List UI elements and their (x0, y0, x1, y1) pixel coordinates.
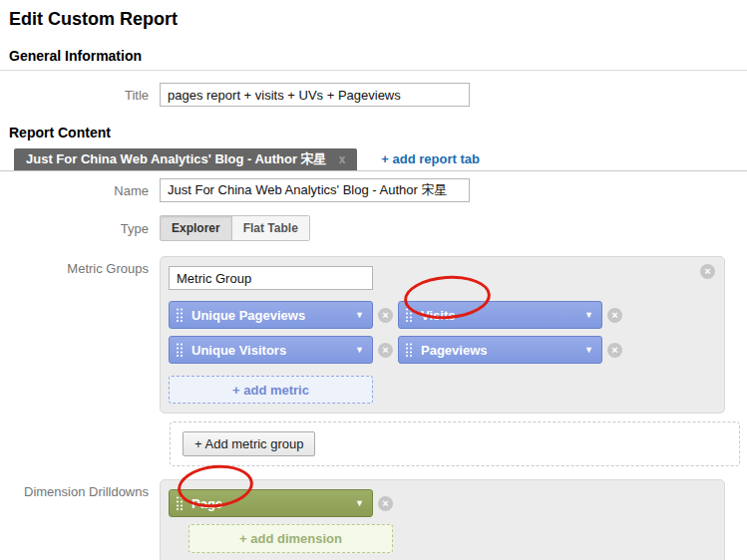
metric-group-name-input[interactable] (169, 266, 373, 290)
type-label: Type (0, 221, 160, 236)
drag-handle-icon[interactable] (405, 342, 413, 358)
type-segmented-control: Explorer Flat Table (160, 215, 310, 241)
remove-dimension-icon[interactable]: × (378, 496, 393, 511)
remove-metric-group-icon[interactable]: × (700, 264, 715, 279)
report-tab-label: Just For China Web Analytics' Blog - Aut… (26, 150, 327, 168)
type-flat-table-button[interactable]: Flat Table (232, 216, 309, 240)
edit-custom-report-page: Edit Custom Report General Information T… (0, 0, 747, 560)
dimension-panel: Page ▼ × + add dimension (160, 479, 725, 560)
dimension-drilldowns-label: Dimension Drilldowns (0, 479, 160, 499)
chevron-down-icon: ▼ (355, 498, 364, 508)
chevron-down-icon: ▼ (584, 310, 593, 320)
remove-metric-icon[interactable]: × (378, 343, 393, 358)
metric-grid: Unique Pageviews ▼ × Visits ▼ × Unique V… (169, 301, 716, 404)
metric-pill-label: Unique Visitors (191, 343, 349, 358)
metric-pill-label: Visits (421, 308, 578, 323)
chevron-down-icon: ▼ (584, 345, 593, 355)
title-input[interactable] (160, 83, 470, 107)
dimension-pill-page[interactable]: Page ▼ (169, 489, 373, 517)
add-metric-group-button[interactable]: + Add metric group (183, 431, 315, 456)
metric-pill-visits[interactable]: Visits ▼ (398, 301, 602, 329)
dimension-pill-label: Page (191, 496, 349, 511)
metric-pill-unique-visitors[interactable]: Unique Visitors ▼ (169, 336, 373, 364)
add-metric-button[interactable]: + add metric (169, 376, 373, 404)
metric-pill-pageviews[interactable]: Pageviews ▼ (398, 336, 602, 364)
add-metric-group-container: + Add metric group (170, 421, 740, 466)
title-row: Title (0, 83, 747, 107)
dimension-grid: Page ▼ × (169, 489, 716, 517)
general-information-heading: General Information (0, 48, 747, 71)
drag-handle-icon[interactable] (176, 307, 184, 323)
metric-group-panel: × Unique Pageviews ▼ × Visits ▼ × Uniqu (160, 256, 725, 414)
title-label: Title (0, 88, 160, 103)
page-title: Edit Custom Report (9, 9, 747, 30)
dimension-drilldowns-row: Dimension Drilldowns Page ▼ × + add dime… (0, 479, 747, 560)
metric-pill-label: Pageviews (421, 343, 578, 358)
drag-handle-icon[interactable] (405, 307, 413, 323)
add-dimension-button[interactable]: + add dimension (188, 524, 393, 553)
drag-handle-icon[interactable] (176, 495, 184, 511)
metric-groups-label: Metric Groups (0, 256, 160, 276)
chevron-down-icon: ▼ (355, 345, 364, 355)
report-tab[interactable]: Just For China Web Analytics' Blog - Aut… (14, 148, 357, 170)
metric-pill-unique-pageviews[interactable]: Unique Pageviews ▼ (169, 301, 373, 329)
remove-metric-icon[interactable]: × (607, 308, 622, 323)
tab-close-icon[interactable]: x (339, 152, 346, 166)
chevron-down-icon: ▼ (355, 310, 364, 320)
metric-groups-row: Metric Groups × Unique Pageviews ▼ × Vis… (0, 256, 747, 414)
remove-metric-icon[interactable]: × (378, 308, 393, 323)
drag-handle-icon[interactable] (176, 342, 184, 358)
type-row: Type Explorer Flat Table (0, 215, 747, 241)
remove-metric-icon[interactable]: × (607, 343, 622, 358)
report-tab-bar: Just For China Web Analytics' Blog - Aut… (0, 148, 747, 171)
metric-pill-label: Unique Pageviews (191, 308, 349, 323)
name-label: Name (0, 183, 160, 198)
add-report-tab-link[interactable]: + add report tab (381, 148, 480, 170)
report-content-heading: Report Content (0, 125, 747, 140)
name-input[interactable] (160, 178, 470, 202)
name-row: Name (0, 178, 747, 202)
type-explorer-button[interactable]: Explorer (161, 216, 232, 240)
